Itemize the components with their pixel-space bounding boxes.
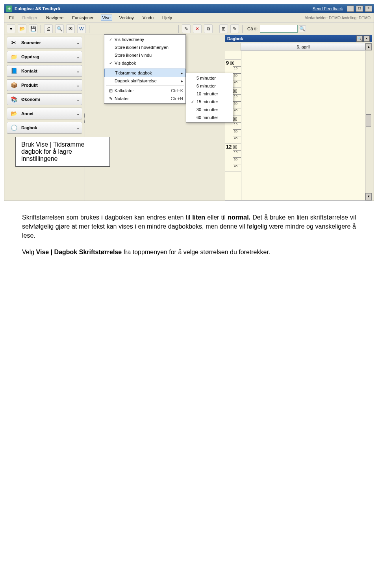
- chevron-icon: ⌄: [76, 41, 80, 45]
- menu-funksjoner[interactable]: Funksjoner: [70, 15, 95, 21]
- user-info: Medarbeider: DEMO Avdeling: DEMO: [304, 16, 371, 20]
- menu-label: Kalkulator: [115, 88, 168, 93]
- submenu-item-10min[interactable]: 10 minutter: [186, 90, 233, 98]
- menu-label: Notater: [115, 96, 168, 101]
- separator: [242, 25, 243, 33]
- shortcut-label: Ctrl+K: [171, 88, 183, 93]
- tick: 15: [233, 66, 241, 70]
- menu-label: 60 minutter: [196, 115, 230, 120]
- sidebar-item-annet[interactable]: 📂Annet⌄: [7, 108, 82, 119]
- goto-input[interactable]: [260, 25, 298, 33]
- minimize-button[interactable]: _: [347, 6, 354, 12]
- separator: [216, 25, 216, 33]
- sidebar-item-oppdrag[interactable]: 📁Oppdrag⌄: [7, 51, 82, 63]
- sidebar-item-okonomi[interactable]: 📚Økonomi⌄: [7, 93, 82, 105]
- close-panel-icon[interactable]: ×: [363, 35, 370, 42]
- scroll-up-icon[interactable]: ▴: [365, 43, 372, 50]
- window-titlebar: ✚ Eulogica: AS Testbyrå Send Feedback _ …: [4, 4, 374, 13]
- calendar-body[interactable]: 9 00 15 30 45 10 00 15 30 45 11 00: [225, 51, 372, 201]
- calendar-scrollbar[interactable]: ▴ ▾: [365, 43, 372, 201]
- menu-label: Vis hovedmeny: [115, 37, 183, 42]
- menu-verktoy[interactable]: Verktøy: [118, 15, 135, 21]
- menu-item-vis-hovedmeny[interactable]: ✓Vis hovedmeny: [104, 35, 185, 43]
- calc-icon: ⊞: [107, 88, 115, 93]
- menu-vindu[interactable]: Vindu: [141, 15, 155, 21]
- menu-label: Store ikoner i hovedmenyen: [115, 45, 183, 50]
- shortcut-label: Ctrl+N: [171, 96, 183, 101]
- chevron-icon: ⌄: [76, 69, 80, 73]
- scroll-thumb[interactable]: [366, 114, 371, 127]
- menu-item-vis-dagbok[interactable]: ✓Vis dagbok: [104, 59, 185, 67]
- note-icon: ✎: [107, 96, 115, 101]
- tick: 45: [233, 164, 241, 168]
- search-icon[interactable]: 🔍: [356, 35, 363, 42]
- menu-label: Store ikoner i vindu: [115, 53, 183, 58]
- sidebar: ✂Snarveier⌄ 📁Oppdrag⌄ 📘Kontakt⌄ 📦Produkt…: [4, 35, 85, 201]
- separator: [178, 25, 179, 33]
- save-icon[interactable]: 💾: [29, 24, 37, 33]
- window-buttons: _ □ ×: [346, 6, 372, 12]
- calc-icon[interactable]: ⊞: [219, 24, 228, 33]
- document-paragraph-2: Velg Vise | Dagbok Skriftstørrelse fra t…: [22, 247, 356, 257]
- check-icon: ✓: [107, 61, 115, 65]
- menu-hjelp[interactable]: Hjelp: [161, 15, 174, 21]
- tick: 30: [233, 101, 241, 105]
- menu-navigere[interactable]: Navigere: [44, 15, 65, 21]
- menu-item-store-ikoner-hovedmeny[interactable]: Store ikoner i hovedmenyen: [104, 43, 185, 51]
- app-body: ✂Snarveier⌄ 📁Oppdrag⌄ 📘Kontakt⌄ 📦Produkt…: [4, 35, 374, 201]
- menu-rediger[interactable]: Rediger: [21, 15, 39, 21]
- menu-item-store-ikoner-vindu[interactable]: Store ikoner i vindu: [104, 51, 185, 59]
- search-icon[interactable]: 🔍: [299, 25, 306, 32]
- sidebar-item-produkt[interactable]: 📦Produkt⌄: [7, 79, 82, 91]
- window-title: Eulogica: AS Testbyrå: [15, 6, 313, 11]
- menu-label: 5 minutter: [196, 76, 230, 80]
- submenu-item-5min[interactable]: 5 minutter: [186, 74, 233, 82]
- scroll-down-icon[interactable]: ▾: [365, 193, 372, 200]
- menu-bar: Fil Rediger Navigere Funksjoner Vise Ver…: [4, 13, 374, 23]
- main-area: ✓Vis hovedmeny Store ikoner i hovedmenye…: [85, 35, 374, 201]
- tick: 15: [233, 150, 241, 154]
- menu-fil[interactable]: Fil: [7, 15, 15, 21]
- delete-icon[interactable]: ✕: [193, 24, 202, 33]
- tick: 15: [233, 122, 241, 126]
- chevron-icon: ⌄: [76, 112, 80, 116]
- goto-field: Gå til: 🔍: [247, 25, 306, 33]
- date-header[interactable]: 6. april: [241, 43, 366, 51]
- hour-row: 12 00 15 30 45: [225, 143, 241, 171]
- sidebar-item-dagbok[interactable]: 🕘Dagbok⌄: [7, 122, 82, 134]
- sidebar-label: Oppdrag: [21, 54, 39, 59]
- edit-icon[interactable]: ✎: [182, 24, 191, 33]
- tick: 15: [233, 94, 241, 98]
- submenu-item-60min[interactable]: 60 minutter: [186, 114, 233, 121]
- word-icon[interactable]: W: [77, 24, 86, 33]
- app-screenshot: ✚ Eulogica: AS Testbyrå Send Feedback _ …: [4, 4, 374, 201]
- menu-item-dagbok-skriftstorrelse[interactable]: Dagbok skriftstørrelse▸: [104, 77, 185, 85]
- open-icon[interactable]: 📂: [18, 24, 26, 33]
- hour-label: 12 00: [226, 144, 237, 150]
- menu-item-kalkulator[interactable]: ⊞KalkulatorCtrl+K: [104, 87, 185, 95]
- submenu-item-6min[interactable]: 6 minutter: [186, 82, 233, 90]
- note-icon[interactable]: ✎: [230, 24, 239, 33]
- dagbok-header: Dagbok 🔍 ×: [225, 35, 372, 42]
- send-feedback-link[interactable]: Send Feedback: [313, 6, 343, 11]
- submenu-item-15min[interactable]: ✓15 minutter: [186, 98, 233, 106]
- mail-icon[interactable]: ✉: [66, 24, 75, 33]
- menu-label: 15 minutter: [196, 99, 230, 104]
- menu-vise[interactable]: Vise: [101, 15, 112, 21]
- menu-item-notater[interactable]: ✎NotaterCtrl+N: [104, 95, 185, 102]
- print-icon[interactable]: 🖨: [44, 24, 53, 33]
- submenu-item-30min[interactable]: 30 minutter: [186, 106, 233, 114]
- okonomi-icon: 📚: [9, 95, 18, 104]
- app-icon: ✚: [6, 6, 12, 12]
- shortcuts-icon: ✂: [9, 38, 18, 47]
- close-button[interactable]: ×: [365, 6, 372, 12]
- new-icon[interactable]: ▾: [7, 24, 15, 33]
- sidebar-item-kontakt[interactable]: 📘Kontakt⌄: [7, 65, 82, 77]
- preview-icon[interactable]: 🔍: [55, 24, 64, 33]
- copy-icon[interactable]: ⧉: [204, 24, 213, 33]
- menu-item-tidsramme-dagbok[interactable]: Tidsramme dagbok▸: [104, 69, 185, 77]
- menu-label: Dagbok skriftstørrelse: [115, 78, 178, 83]
- maximize-button[interactable]: □: [356, 6, 363, 12]
- toolbar: ▾ 📂 💾 🖨 🔍 ✉ W ✎ ✕ ⧉ ⊞ ✎ Gå til: 🔍: [4, 23, 374, 35]
- sidebar-item-snarveier[interactable]: ✂Snarveier⌄: [7, 37, 82, 48]
